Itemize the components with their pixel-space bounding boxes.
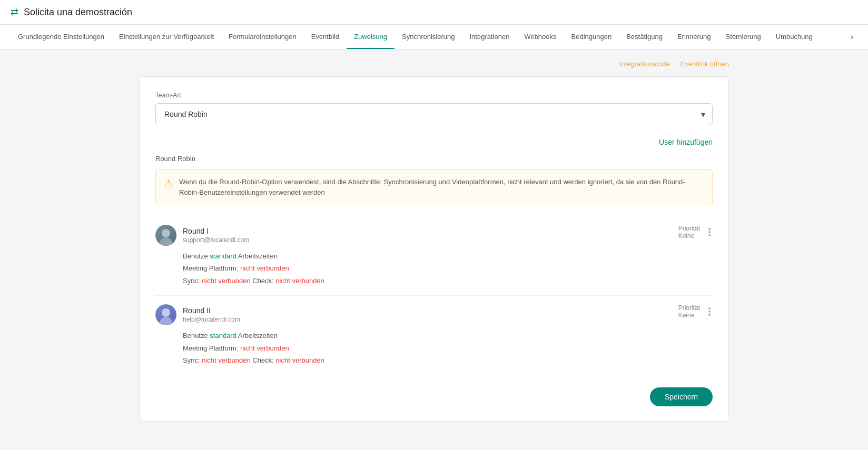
arbeitszeiten-prefix-1: Benutze [183,252,210,260]
user-info-2: Round II help@tucalendi.com [155,304,240,325]
user-email-1: support@tucalendi.com [183,236,249,244]
main-card: Team-Art Round Robin ▾ User hinzufügen R… [139,76,729,422]
priority-section-1: Priorität Keine [678,225,713,239]
arbeitszeiten-suffix-1: Arbeitszeiten [236,252,278,260]
top-header: ⇄ Solicita una demostración [0,0,868,25]
platform-row-1: Meeting Plattform: nicht verbunden [183,262,713,274]
more-menu-1[interactable] [706,226,713,238]
nav-more-icon[interactable]: › [846,25,857,49]
tab-eventbild[interactable]: Eventbild [304,25,347,49]
check-prefix-1: Check: [251,277,276,285]
tab-erinnerung[interactable]: Erinnerung [670,25,718,49]
tab-verfugbarkeit[interactable]: Einstellungen zur Verfügbarkeit [112,25,221,49]
tab-grundlegende[interactable]: Grundlegende Einstellungen [11,25,112,49]
tab-webhooks[interactable]: Webhooks [517,25,564,49]
avatar-1 [155,225,176,246]
check-link-1[interactable]: nicht verbunden [275,277,324,285]
warning-box: ⚠ Wenn du die Round-Robin-Option verwend… [155,169,713,205]
platform-row-2: Meeting Plattform: nicht verbunden [183,342,713,354]
dot [708,314,711,316]
priority-section-2: Priorität Keine [678,304,713,319]
user-card-1: Round I support@tucalendi.com Priorität … [155,216,713,295]
dot [708,228,711,230]
sync-link-1[interactable]: nicht verbunden [202,277,251,285]
team-art-field: Team-Art Round Robin ▾ [155,92,713,125]
user-email-2: help@tucalendi.com [183,316,240,323]
add-user-link[interactable]: User hinzufügen [659,138,713,146]
sync-link-2[interactable]: nicht verbunden [202,356,251,364]
priority-label-1: Priorität [678,225,700,232]
priority-text-1: Priorität Keine [678,225,700,239]
section-label: Round Robin [155,155,713,163]
user-name-2: Round II [183,306,240,315]
user-card-2: Round II help@tucalendi.com Priorität Ke… [155,295,713,375]
dot [708,307,711,309]
eventlink-link[interactable]: Eventlink öffnen [680,60,729,68]
check-link-2[interactable]: nicht verbunden [275,356,324,364]
tab-integrationen[interactable]: Integrationen [462,25,517,49]
avatar-2 [155,304,176,325]
priority-text-2: Priorität Keine [678,304,700,319]
tab-umbuchung[interactable]: Umbuchung [768,25,820,49]
tab-zuweisung[interactable]: Zuweisung [347,25,394,49]
content-area: Integrationscode Eventlink öffnen Team-A… [118,49,750,432]
tab-synchronisierung[interactable]: Synchronisierung [394,25,462,49]
tab-formular[interactable]: Formulareinstellungen [221,25,304,49]
priority-label-2: Priorität [678,304,700,312]
integrationscode-link[interactable]: Integrationscode [619,60,670,68]
user-info-1: Round I support@tucalendi.com [155,225,249,246]
sync-prefix-1: Sync: [183,277,202,285]
user-name-1: Round I [183,227,249,235]
tab-bedingungen[interactable]: Bedingungen [564,25,619,49]
save-row: Speichern [155,387,713,406]
arbeitszeiten-link-2[interactable]: standard [210,332,236,339]
user-card-1-header: Round I support@tucalendi.com Priorität … [155,225,713,246]
platform-prefix-1: Meeting Plattform: [183,264,240,272]
tab-stornierung[interactable]: Stornierung [718,25,768,49]
team-art-select[interactable]: Round Robin [155,103,713,125]
save-button[interactable]: Speichern [650,387,713,406]
team-art-label: Team-Art [155,92,713,99]
arbeitszeiten-row-2: Benutze standard Arbeitszeiten [183,329,713,342]
platform-link-2[interactable]: nicht verbunden [240,344,289,352]
sync-row-2: Sync: nicht verbunden Check: nicht verbu… [183,354,713,366]
user-details-1: Benutze standard Arbeitszeiten Meeting P… [183,250,713,287]
priority-value-2: Keine [678,312,700,319]
platform-prefix-2: Meeting Plattform: [183,344,240,352]
top-actions: Integrationscode Eventlink öffnen [139,60,729,68]
arbeitszeiten-prefix-2: Benutze [183,332,210,339]
team-art-select-wrapper: Round Robin ▾ [155,103,713,125]
arbeitszeiten-link-1[interactable]: standard [210,252,236,260]
dot [708,311,711,313]
dot [708,231,711,233]
sync-row-1: Sync: nicht verbunden Check: nicht verbu… [183,275,713,287]
more-menu-2[interactable] [706,305,713,318]
arbeitszeiten-suffix-2: Arbeitszeiten [236,332,278,339]
app-icon: ⇄ [11,6,18,18]
user-card-2-header: Round II help@tucalendi.com Priorität Ke… [155,304,713,325]
sync-prefix-2: Sync: [183,356,202,364]
arbeitszeiten-row-1: Benutze standard Arbeitszeiten [183,250,713,262]
user-text-1: Round I support@tucalendi.com [183,227,249,244]
user-details-2: Benutze standard Arbeitszeiten Meeting P… [183,329,713,366]
user-text-2: Round II help@tucalendi.com [183,306,240,323]
warning-text: Wenn du die Round-Robin-Option verwendes… [179,177,704,197]
add-user-row: User hinzufügen [155,138,713,146]
app-title: Solicita una demostración [24,7,132,18]
platform-link-1[interactable]: nicht verbunden [240,264,289,272]
nav-tabs: Grundlegende Einstellungen Einstellungen… [0,25,868,49]
priority-value-1: Keine [678,232,700,239]
warning-icon: ⚠ [164,177,173,189]
tab-bestatigung[interactable]: Bestätigung [619,25,670,49]
check-prefix-2: Check: [251,356,276,364]
dot [708,234,711,236]
